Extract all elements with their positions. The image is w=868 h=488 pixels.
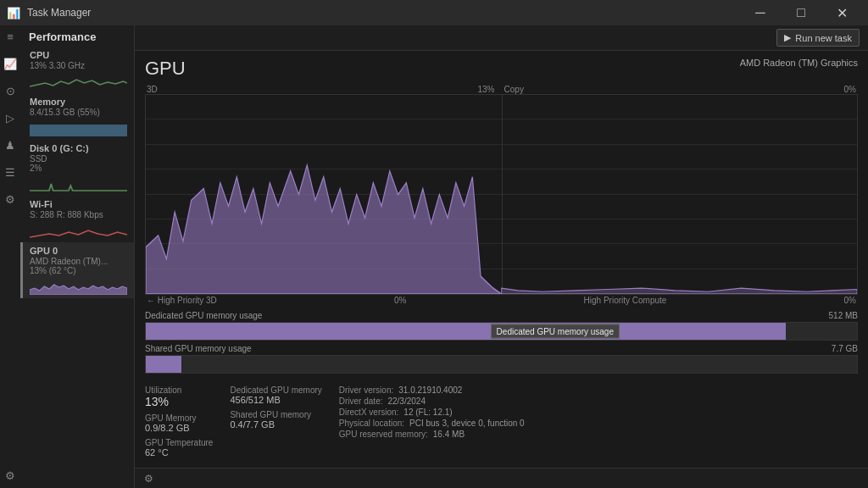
chart-bottom-label-right: High Priority Compute [584,296,667,305]
gpu0-sub: AMD Radeon (TM)...13% (62 °C) [30,257,127,275]
shared-memory-bar [146,356,181,373]
gpu0-title: GPU 0 [30,246,127,256]
sidebar-item-wifi[interactable]: Wi-Fi S: 288 R: 888 Kbps [20,196,134,242]
wifi-sub: S: 288 R: 888 Kbps [30,210,127,219]
gpu-header: GPU AMD Radeon (TM) Graphics [145,58,858,80]
stats-col-3: Driver version: 31.0.21910.4002 Driver d… [339,385,525,461]
gpu-device-name: AMD Radeon (TM) Graphics [740,58,858,68]
driver-date-value: 22/3/2024 [387,396,426,406]
driver-version-value: 31.0.21910.4002 [398,385,462,395]
run-new-task-label: Run new task [795,33,852,43]
wifi-title: Wi-Fi [30,199,127,209]
title-bar-controls: ─ □ ✕ [741,0,861,25]
stat-dedicated-gpu-memory: Dedicated GPU memory 456/512 MB [230,385,321,405]
chart-labels-bottom: ← High Priority 3D 0% High Priority Comp… [145,295,858,306]
cpu-sub: 13% 3.30 GHz [30,61,127,70]
run-icon: ▶ [784,32,791,43]
bottom-bar: ⚙ [135,468,868,488]
directx-version-label: DirectX version: [339,408,399,417]
stat-utilization: Utilization 13% [145,385,213,408]
shared-memory-bar-container [145,355,858,374]
dedicated-gpu-memory-value: 456/512 MB [230,395,321,405]
shared-memory-row: Shared GPU memory usage 7.7 GB [145,344,858,374]
svg-rect-0 [30,125,127,136]
chart-bottom-label-right-pct: 0% [844,296,856,305]
sidebar-icon-settings[interactable]: ⚙ [3,468,18,483]
directx-version-value: 12 (FL: 12.1) [403,408,452,417]
directx-version-row: DirectX version: 12 (FL: 12.1) [339,408,525,417]
left-panel: Performance CPU 13% 3.30 GHz Memory 8.4/… [20,25,135,488]
gpu-chart-svg [146,95,857,294]
sidebar-icon-performance[interactable]: 📈 [3,56,18,71]
app-title: Task Manager [27,7,91,19]
chart-label-0pct-right: 0% [844,85,856,94]
driver-version-row: Driver version: 31.0.21910.4002 [339,385,525,395]
sidebar-icon-details[interactable]: ☰ [3,164,18,180]
gpu-temp-label: GPU Temperature [145,438,213,447]
dedicated-memory-bar-container: Dedicated GPU memory usage [145,322,858,341]
bottom-settings-icon[interactable]: ⚙ [142,472,155,485]
dedicated-gpu-memory-label: Dedicated GPU memory [230,385,321,395]
stat-shared-gpu-memory: Shared GPU memory 0.4/7.7 GB [230,410,321,430]
title-bar: 📊 Task Manager ─ □ ✕ [0,0,868,25]
chart-section: 3D 13% Copy 0% [145,85,858,306]
physical-location-label: Physical location: [339,419,404,428]
driver-date-row: Driver date: 22/3/2024 [339,396,525,406]
physical-location-value: PCI bus 3, device 0, function 0 [409,419,525,428]
icon-sidebar: ≡ 📈 ⊙ ▷ ♟ ☰ ⚙ ⚙ [0,25,20,488]
shared-gpu-memory-label: Shared GPU memory [230,410,321,419]
dedicated-memory-bar [146,323,786,340]
disk-sub: SSD2% [30,154,127,173]
cpu-title: CPU [30,50,127,60]
sidebar-icon-hamburger[interactable]: ≡ [3,29,18,44]
run-new-task-button[interactable]: ▶ Run new task [776,29,860,47]
sidebar-item-disk[interactable]: Disk 0 (G: C:) SSD2% [20,140,134,196]
dedicated-memory-label-row: Dedicated GPU memory usage 512 MB [145,311,858,320]
sidebar-icon-users[interactable]: ♟ [3,137,18,152]
app-icon: 📊 [7,7,20,19]
minimize-button[interactable]: ─ [741,0,780,25]
dedicated-memory-max: 512 MB [829,311,858,320]
sidebar-item-memory[interactable]: Memory 8.4/15.3 GB (55%) [20,93,134,140]
stat-gpu-memory: GPU Memory 0.9/8.2 GB [145,413,213,433]
shared-memory-label-row: Shared GPU memory usage 7.7 GB [145,344,858,353]
left-panel-header: Performance [20,25,134,47]
utilization-label: Utilization [145,385,213,395]
title-bar-left: 📊 Task Manager [7,7,91,19]
stats-section: Utilization 13% GPU Memory 0.9/8.2 GB GP… [145,382,858,461]
sidebar-icon-startup[interactable]: ▷ [3,110,18,125]
driver-date-label: Driver date: [339,396,383,406]
disk-title: Disk 0 (G: C:) [30,143,127,153]
maximize-button[interactable]: □ [782,0,821,25]
stats-col-1: Utilization 13% GPU Memory 0.9/8.2 GB GP… [145,385,213,461]
utilization-value: 13% [145,395,213,408]
chart-bottom-label-left: ← High Priority 3D [147,296,217,305]
shared-memory-max: 7.7 GB [832,344,858,353]
shared-gpu-memory-value: 0.4/7.7 GB [230,419,321,430]
dedicated-memory-row: Dedicated GPU memory usage 512 MB Dedica… [145,311,858,341]
sidebar-icon-app-history[interactable]: ⊙ [3,83,18,98]
gpu-content: GPU AMD Radeon (TM) Graphics 3D 13% Copy… [135,51,868,468]
sidebar-item-gpu0[interactable]: GPU 0 AMD Radeon (TM)...13% (62 °C) [20,242,134,298]
main-content: ▶ Run new task GPU AMD Radeon (TM) Graph… [135,25,868,488]
stats-col-2: Dedicated GPU memory 456/512 MB Shared G… [230,385,321,461]
chart-bottom-label-left-pct: 0% [394,296,406,305]
gpu-memory-label: GPU Memory [145,413,213,423]
memory-sub: 8.4/15.3 GB (55%) [30,108,127,117]
chart-labels-top: 3D 13% Copy 0% [145,85,858,94]
gpu-title: GPU [145,58,186,80]
driver-version-label: Driver version: [339,385,393,395]
close-button[interactable]: ✕ [822,0,861,25]
svg-marker-2 [146,165,502,294]
gpu-temp-value: 62 °C [145,447,213,458]
memory-title: Memory [30,97,127,107]
sidebar-item-cpu[interactable]: CPU 13% 3.30 GHz [20,47,134,93]
gpu-reserved-label: GPU reserved memory: [339,430,428,439]
app-body: ≡ 📈 ⊙ ▷ ♟ ☰ ⚙ ⚙ Performance CPU 13% 3.30… [0,25,868,488]
sidebar-icon-services[interactable]: ⚙ [3,191,18,207]
physical-location-row: Physical location: PCI bus 3, device 0, … [339,419,525,428]
dedicated-memory-label: Dedicated GPU memory usage [145,311,262,320]
stat-gpu-temp: GPU Temperature 62 °C [145,438,213,458]
top-bar: ▶ Run new task [135,25,868,51]
gpu-reserved-value: 16.4 MB [433,430,465,439]
